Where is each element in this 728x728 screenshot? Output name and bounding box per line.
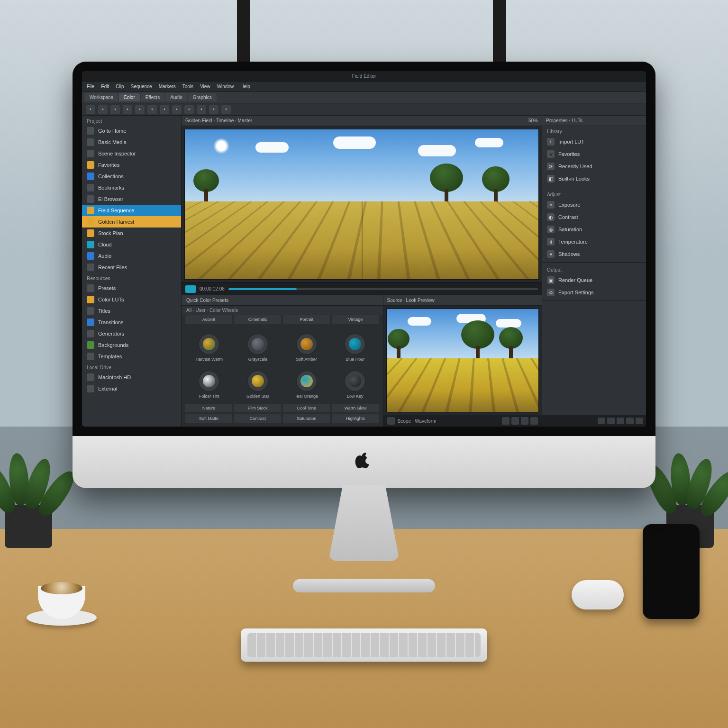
rp-mini-3[interactable] xyxy=(617,418,624,424)
preview-tool-3[interactable] xyxy=(521,417,528,425)
menu-file[interactable]: File xyxy=(87,84,94,89)
sidebar-item-go-to-home[interactable]: Go to Home xyxy=(82,125,181,136)
toolbar-new-button[interactable]: • xyxy=(86,105,95,114)
preset-category-highlights[interactable]: Highlights xyxy=(332,414,379,423)
preset-teal-orange[interactable]: Teal Orange xyxy=(283,367,329,401)
preset-category-film-stock[interactable]: Film Stock xyxy=(234,404,281,412)
rp-mini-5[interactable] xyxy=(636,418,643,424)
rp-item-favorites[interactable]: ★Favorites xyxy=(542,148,646,160)
rp-item-recently-used[interactable]: ⟳Recently Used xyxy=(542,160,646,173)
sidebar-item-field-sequence[interactable]: Field Sequence xyxy=(82,205,181,216)
preset-blue-hour[interactable]: Blue Hour xyxy=(332,330,378,364)
main-canvas[interactable] xyxy=(184,129,539,280)
toolbar-cut-button[interactable]: • xyxy=(147,105,157,114)
rp-item-saturation[interactable]: ◎Saturation xyxy=(542,223,646,236)
menu-tools[interactable]: Tools xyxy=(182,84,193,89)
sidebar-item-recent-files[interactable]: Recent Files xyxy=(82,262,181,273)
rp-item-render-queue[interactable]: ▣Render Queue xyxy=(542,274,646,286)
tab-audio[interactable]: Audio xyxy=(165,93,187,101)
sidebar-item-generators[interactable]: Generators xyxy=(82,328,181,339)
sidebar-item-basic-media[interactable]: Basic Media xyxy=(82,136,181,148)
toolbar-redo-button[interactable]: • xyxy=(135,105,145,114)
rp-item-exposure[interactable]: ☀Exposure xyxy=(542,199,646,211)
preset-category-nature[interactable]: Nature xyxy=(185,404,232,412)
rp-item-built-in-looks[interactable]: ◧Built-in Looks xyxy=(542,173,646,185)
sidebar-item-backgrounds[interactable]: Backgrounds xyxy=(82,339,181,351)
menu-clip[interactable]: Clip xyxy=(116,84,124,89)
preset-category-contrast[interactable]: Contrast xyxy=(234,414,281,423)
sidebar-item-transitions[interactable]: Transitions xyxy=(82,317,181,328)
sidebar-item-scene-inspector[interactable]: Scene Inspector xyxy=(82,148,181,159)
rp-item-export-settings[interactable]: ⚙Export Settings xyxy=(542,286,646,299)
rp-mini-1[interactable] xyxy=(598,418,605,424)
toolbar-paste-button[interactable]: • xyxy=(172,105,182,114)
tab-workspace[interactable]: Workspace xyxy=(85,93,118,101)
sidebar-item-bookmarks[interactable]: Bookmarks xyxy=(82,182,181,193)
preset-category-warm-glow[interactable]: Warm Glow xyxy=(332,404,379,412)
preview-canvas[interactable] xyxy=(386,309,539,412)
preset-grayscale[interactable]: Grayscale xyxy=(235,330,281,364)
timeline-bar[interactable]: 00:00:12:08 xyxy=(182,282,542,295)
preset-category-cinematic[interactable]: Cinematic xyxy=(234,315,281,324)
rp-item-shadows[interactable]: ▾Shadows xyxy=(542,248,646,260)
sidebar-item-golden-harvest[interactable]: Golden Harvest xyxy=(82,216,181,228)
rp-item-contrast[interactable]: ◐Contrast xyxy=(542,211,646,223)
sidebar-item-collections[interactable]: Collections xyxy=(82,171,181,182)
menu-edit[interactable]: Edit xyxy=(101,84,109,89)
gen-icon xyxy=(87,330,94,337)
preset-folder-tint[interactable]: Folder Tint xyxy=(186,367,232,401)
tab-graphics[interactable]: Graphics xyxy=(188,93,217,101)
preset-harvest-warm[interactable]: Harvest Warm xyxy=(186,330,232,364)
preview-tool-1[interactable] xyxy=(502,417,510,425)
sidebar-item-el-browser[interactable]: El Browser xyxy=(82,193,181,205)
rp-mini-4[interactable] xyxy=(626,418,634,424)
sidebar-item-stock-plan[interactable]: Stock Plan xyxy=(82,228,181,239)
menu-window[interactable]: Window xyxy=(217,84,234,89)
toolbar-zoom-button[interactable]: • xyxy=(184,105,194,114)
menu-view[interactable]: View xyxy=(200,84,210,89)
toolbar-open-button[interactable]: • xyxy=(98,105,108,114)
sidebar-item-presets[interactable]: Presets xyxy=(82,282,181,294)
preset-category-vintage[interactable]: Vintage xyxy=(332,315,379,324)
sidebar-item-external[interactable]: External xyxy=(82,383,181,394)
tab-effects[interactable]: Effects xyxy=(141,93,164,101)
menu-sequence[interactable]: Sequence xyxy=(131,84,152,89)
rp-item-temperature[interactable]: §Temperature xyxy=(542,236,646,248)
tab-color[interactable]: Color xyxy=(119,93,140,101)
toolbar-snap-button[interactable]: • xyxy=(221,105,231,114)
sidebar-item-cloud[interactable]: Cloud xyxy=(82,239,181,250)
rp-item-import-lut[interactable]: +Import LUT xyxy=(542,136,646,148)
toolbar-grid-button[interactable]: • xyxy=(209,105,218,114)
menu-help[interactable]: Help xyxy=(240,84,250,89)
T-icon xyxy=(87,307,94,315)
preset-category-soft-matte[interactable]: Soft Matte xyxy=(185,414,232,423)
preset-low-key[interactable]: Low Key xyxy=(332,367,378,401)
sidebar-item-macintosh-hd[interactable]: Macintosh HD xyxy=(82,372,181,383)
preview-tool-4[interactable] xyxy=(530,417,538,425)
sidebar-item-templates[interactable]: Templates xyxy=(82,351,181,362)
toolbar-copy-button[interactable]: • xyxy=(160,105,169,114)
preset-category-accent[interactable]: Accent xyxy=(185,315,232,324)
toolbar-undo-button[interactable]: • xyxy=(123,105,132,114)
preset-soft-amber[interactable]: Soft Amber xyxy=(283,330,329,364)
menu-markers[interactable]: Markers xyxy=(159,84,176,89)
preset-category-saturation[interactable]: Saturation xyxy=(283,414,330,423)
sidebar-item-favorites[interactable]: Favorites xyxy=(82,159,181,171)
rp-item-label: Render Queue xyxy=(558,277,592,283)
toolbar-fit-button[interactable]: • xyxy=(197,105,206,114)
preset-category-cool-tone[interactable]: Cool Tone xyxy=(283,404,330,412)
scope-icon[interactable] xyxy=(387,417,395,425)
toolbar-save-button[interactable]: • xyxy=(110,105,120,114)
preview-tool-2[interactable] xyxy=(511,417,519,425)
rp-icon: ⚙ xyxy=(547,289,555,296)
play-button[interactable] xyxy=(185,285,196,293)
sidebar-item-titles[interactable]: Titles xyxy=(82,305,181,317)
timeline-track[interactable] xyxy=(228,288,538,290)
canvas-zoom[interactable]: 50% xyxy=(528,118,538,123)
sidebar-item-audio[interactable]: Audio xyxy=(82,250,181,262)
rp-mini-2[interactable] xyxy=(607,418,615,424)
preset-golden-star[interactable]: Golden Star xyxy=(235,367,281,401)
sidebar-section-resources: Resources xyxy=(82,273,181,282)
sidebar-item-color-luts[interactable]: Color LUTs xyxy=(82,294,181,305)
preset-category-portrait[interactable]: Portrait xyxy=(283,315,330,324)
